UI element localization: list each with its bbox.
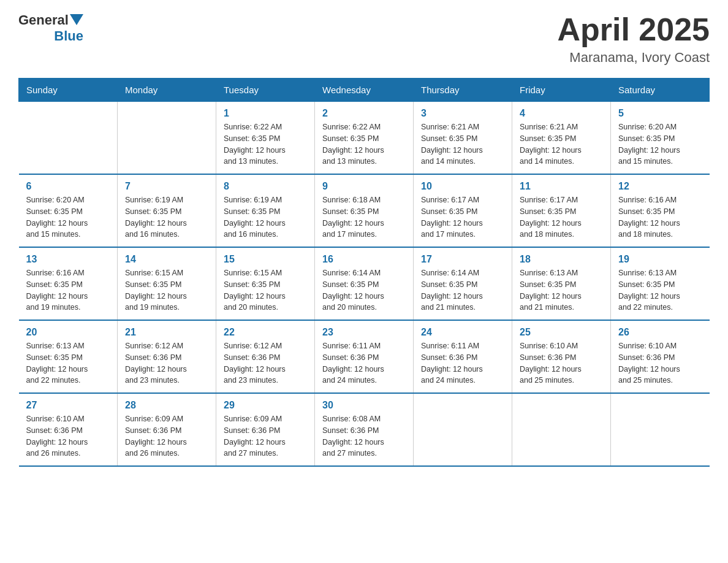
day-number: 25 bbox=[520, 327, 603, 338]
day-info: Sunrise: 6:14 AM Sunset: 6:35 PM Dayligh… bbox=[322, 267, 406, 313]
logo-text-general: General bbox=[18, 12, 69, 28]
calendar-cell: 8Sunrise: 6:19 AM Sunset: 6:35 PM Daylig… bbox=[216, 174, 315, 247]
day-info: Sunrise: 6:16 AM Sunset: 6:35 PM Dayligh… bbox=[26, 267, 110, 313]
day-info: Sunrise: 6:21 AM Sunset: 6:35 PM Dayligh… bbox=[520, 121, 603, 167]
calendar-cell: 18Sunrise: 6:13 AM Sunset: 6:35 PM Dayli… bbox=[512, 247, 611, 320]
day-number: 10 bbox=[421, 181, 504, 192]
day-info: Sunrise: 6:22 AM Sunset: 6:35 PM Dayligh… bbox=[224, 121, 307, 167]
day-info: Sunrise: 6:19 AM Sunset: 6:35 PM Dayligh… bbox=[224, 194, 307, 240]
weekday-header-tuesday: Tuesday bbox=[216, 79, 315, 102]
day-info: Sunrise: 6:09 AM Sunset: 6:36 PM Dayligh… bbox=[125, 413, 208, 459]
calendar-cell: 9Sunrise: 6:18 AM Sunset: 6:35 PM Daylig… bbox=[315, 174, 414, 247]
day-number: 23 bbox=[322, 327, 406, 338]
day-info: Sunrise: 6:18 AM Sunset: 6:35 PM Dayligh… bbox=[322, 194, 406, 240]
day-info: Sunrise: 6:14 AM Sunset: 6:35 PM Dayligh… bbox=[421, 267, 504, 313]
calendar-cell: 20Sunrise: 6:13 AM Sunset: 6:35 PM Dayli… bbox=[19, 320, 118, 393]
day-number: 16 bbox=[322, 254, 406, 265]
day-number: 22 bbox=[224, 327, 307, 338]
day-number: 14 bbox=[125, 254, 208, 265]
day-number: 18 bbox=[520, 254, 603, 265]
day-info: Sunrise: 6:08 AM Sunset: 6:36 PM Dayligh… bbox=[322, 413, 406, 459]
calendar-cell: 15Sunrise: 6:15 AM Sunset: 6:35 PM Dayli… bbox=[216, 247, 315, 320]
day-info: Sunrise: 6:16 AM Sunset: 6:35 PM Dayligh… bbox=[618, 194, 702, 240]
title-section: April 2025 Maranama, Ivory Coast bbox=[557, 12, 710, 66]
day-number: 29 bbox=[224, 400, 307, 411]
day-number: 30 bbox=[322, 400, 406, 411]
calendar-cell: 30Sunrise: 6:08 AM Sunset: 6:36 PM Dayli… bbox=[315, 393, 414, 466]
calendar-cell: 13Sunrise: 6:16 AM Sunset: 6:35 PM Dayli… bbox=[19, 247, 118, 320]
day-number: 5 bbox=[618, 108, 702, 119]
calendar-cell: 27Sunrise: 6:10 AM Sunset: 6:36 PM Dayli… bbox=[19, 393, 118, 466]
calendar-week-row: 13Sunrise: 6:16 AM Sunset: 6:35 PM Dayli… bbox=[19, 247, 710, 320]
calendar-cell: 4Sunrise: 6:21 AM Sunset: 6:35 PM Daylig… bbox=[512, 102, 611, 175]
day-number: 3 bbox=[421, 108, 504, 119]
day-number: 15 bbox=[224, 254, 307, 265]
day-info: Sunrise: 6:20 AM Sunset: 6:35 PM Dayligh… bbox=[618, 121, 702, 167]
weekday-header-saturday: Saturday bbox=[611, 79, 710, 102]
day-info: Sunrise: 6:22 AM Sunset: 6:35 PM Dayligh… bbox=[322, 121, 406, 167]
calendar-cell: 3Sunrise: 6:21 AM Sunset: 6:35 PM Daylig… bbox=[414, 102, 512, 175]
calendar-cell: 17Sunrise: 6:14 AM Sunset: 6:35 PM Dayli… bbox=[414, 247, 512, 320]
day-number: 1 bbox=[224, 108, 307, 119]
calendar-cell: 23Sunrise: 6:11 AM Sunset: 6:36 PM Dayli… bbox=[315, 320, 414, 393]
day-info: Sunrise: 6:09 AM Sunset: 6:36 PM Dayligh… bbox=[224, 413, 307, 459]
page-header: General Blue April 2025 Maranama, Ivory … bbox=[18, 12, 710, 66]
calendar-header-row: SundayMondayTuesdayWednesdayThursdayFrid… bbox=[19, 79, 710, 102]
day-number: 28 bbox=[125, 400, 208, 411]
calendar-table: SundayMondayTuesdayWednesdayThursdayFrid… bbox=[18, 78, 710, 467]
day-info: Sunrise: 6:13 AM Sunset: 6:35 PM Dayligh… bbox=[520, 267, 603, 313]
calendar-cell: 11Sunrise: 6:17 AM Sunset: 6:35 PM Dayli… bbox=[512, 174, 611, 247]
calendar-cell: 2Sunrise: 6:22 AM Sunset: 6:35 PM Daylig… bbox=[315, 102, 414, 175]
day-info: Sunrise: 6:12 AM Sunset: 6:36 PM Dayligh… bbox=[224, 340, 307, 386]
calendar-cell: 12Sunrise: 6:16 AM Sunset: 6:35 PM Dayli… bbox=[611, 174, 710, 247]
calendar-cell: 1Sunrise: 6:22 AM Sunset: 6:35 PM Daylig… bbox=[216, 102, 315, 175]
calendar-cell: 21Sunrise: 6:12 AM Sunset: 6:36 PM Dayli… bbox=[118, 320, 216, 393]
calendar-cell: 24Sunrise: 6:11 AM Sunset: 6:36 PM Dayli… bbox=[414, 320, 512, 393]
calendar-week-row: 6Sunrise: 6:20 AM Sunset: 6:35 PM Daylig… bbox=[19, 174, 710, 247]
calendar-cell: 26Sunrise: 6:10 AM Sunset: 6:36 PM Dayli… bbox=[611, 320, 710, 393]
calendar-cell: 14Sunrise: 6:15 AM Sunset: 6:35 PM Dayli… bbox=[118, 247, 216, 320]
calendar-cell: 16Sunrise: 6:14 AM Sunset: 6:35 PM Dayli… bbox=[315, 247, 414, 320]
day-number: 24 bbox=[421, 327, 504, 338]
day-info: Sunrise: 6:21 AM Sunset: 6:35 PM Dayligh… bbox=[421, 121, 504, 167]
day-number: 19 bbox=[618, 254, 702, 265]
day-number: 6 bbox=[26, 181, 110, 192]
calendar-cell: 5Sunrise: 6:20 AM Sunset: 6:35 PM Daylig… bbox=[611, 102, 710, 175]
day-info: Sunrise: 6:20 AM Sunset: 6:35 PM Dayligh… bbox=[26, 194, 110, 240]
day-number: 13 bbox=[26, 254, 110, 265]
day-number: 17 bbox=[421, 254, 504, 265]
day-number: 21 bbox=[125, 327, 208, 338]
calendar-week-row: 27Sunrise: 6:10 AM Sunset: 6:36 PM Dayli… bbox=[19, 393, 710, 466]
day-info: Sunrise: 6:13 AM Sunset: 6:35 PM Dayligh… bbox=[26, 340, 110, 386]
day-number: 2 bbox=[322, 108, 406, 119]
logo-triangle-icon bbox=[70, 14, 83, 28]
calendar-cell: 19Sunrise: 6:13 AM Sunset: 6:35 PM Dayli… bbox=[611, 247, 710, 320]
location-title: Maranama, Ivory Coast bbox=[557, 50, 710, 66]
day-number: 20 bbox=[26, 327, 110, 338]
day-info: Sunrise: 6:10 AM Sunset: 6:36 PM Dayligh… bbox=[520, 340, 603, 386]
day-info: Sunrise: 6:10 AM Sunset: 6:36 PM Dayligh… bbox=[618, 340, 702, 386]
weekday-header-wednesday: Wednesday bbox=[315, 79, 414, 102]
day-info: Sunrise: 6:13 AM Sunset: 6:35 PM Dayligh… bbox=[618, 267, 702, 313]
day-info: Sunrise: 6:12 AM Sunset: 6:36 PM Dayligh… bbox=[125, 340, 208, 386]
day-number: 7 bbox=[125, 181, 208, 192]
day-info: Sunrise: 6:11 AM Sunset: 6:36 PM Dayligh… bbox=[421, 340, 504, 386]
day-info: Sunrise: 6:11 AM Sunset: 6:36 PM Dayligh… bbox=[322, 340, 406, 386]
calendar-cell bbox=[19, 102, 118, 175]
weekday-header-friday: Friday bbox=[512, 79, 611, 102]
day-number: 27 bbox=[26, 400, 110, 411]
day-number: 4 bbox=[520, 108, 603, 119]
calendar-cell: 10Sunrise: 6:17 AM Sunset: 6:35 PM Dayli… bbox=[414, 174, 512, 247]
day-number: 8 bbox=[224, 181, 307, 192]
logo-text-blue: Blue bbox=[54, 28, 83, 44]
day-number: 12 bbox=[618, 181, 702, 192]
calendar-cell: 6Sunrise: 6:20 AM Sunset: 6:35 PM Daylig… bbox=[19, 174, 118, 247]
calendar-cell bbox=[611, 393, 710, 466]
day-info: Sunrise: 6:15 AM Sunset: 6:35 PM Dayligh… bbox=[224, 267, 307, 313]
calendar-cell: 29Sunrise: 6:09 AM Sunset: 6:36 PM Dayli… bbox=[216, 393, 315, 466]
calendar-cell: 22Sunrise: 6:12 AM Sunset: 6:36 PM Dayli… bbox=[216, 320, 315, 393]
day-number: 26 bbox=[618, 327, 702, 338]
weekday-header-monday: Monday bbox=[118, 79, 216, 102]
day-info: Sunrise: 6:19 AM Sunset: 6:35 PM Dayligh… bbox=[125, 194, 208, 240]
day-info: Sunrise: 6:15 AM Sunset: 6:35 PM Dayligh… bbox=[125, 267, 208, 313]
